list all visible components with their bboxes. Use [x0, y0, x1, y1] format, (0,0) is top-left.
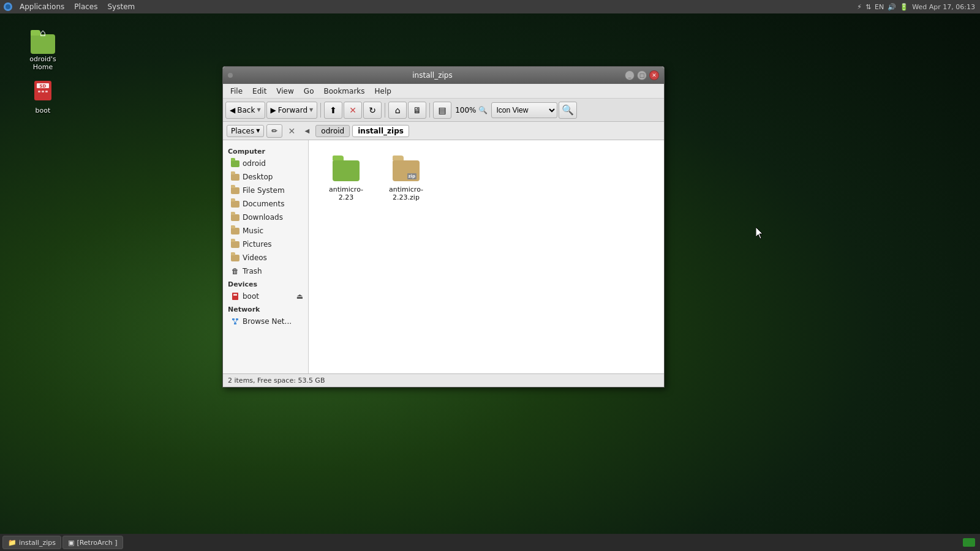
sidebar-odroid-label: odroid	[243, 159, 266, 168]
sidebar-videos-icon	[230, 253, 240, 263]
sidebar-browse-net-label: Browse Net...	[243, 317, 292, 326]
boot-icon-label: boot	[36, 107, 51, 114]
battery-icon: 🔋	[900, 3, 908, 11]
svg-rect-8	[232, 293, 238, 300]
zoom-display: 100% 🔍	[453, 106, 489, 114]
desktop-icon-home[interactable]: ⌂ odroid's Home	[18, 22, 67, 73]
taskbar: 📁 install_zips ▣ [RetroArch ]	[0, 534, 980, 551]
sidebar-item-pictures[interactable]: Pictures	[223, 238, 308, 251]
toggle-button[interactable]: ▤	[433, 102, 451, 119]
sidebar-item-desktop[interactable]: Desktop	[223, 170, 308, 184]
svg-rect-6	[42, 91, 44, 92]
file-item-antimicro-dir[interactable]: antimicro-2.23	[318, 150, 374, 205]
clear-location-button[interactable]: ✕	[285, 124, 298, 138]
places-dropdown-icon: ▼	[256, 128, 260, 133]
svg-point-1	[6, 4, 10, 9]
breadcrumb-odroid[interactable]: odroid	[315, 125, 350, 137]
location-bar: Places ▼ ✏ ✕ ◀ odroid install_zips	[223, 122, 664, 140]
sidebar-item-trash[interactable]: 🗑 Trash	[223, 264, 308, 278]
menu-bar: File Edit View Go Bookmarks Help	[223, 84, 664, 99]
computer-button[interactable]: 🖥	[408, 102, 426, 119]
menu-edit[interactable]: Edit	[247, 86, 271, 97]
taskbar-retroarch[interactable]: ▣ [RetroArch ]	[62, 536, 123, 549]
zoom-level: 100%	[455, 106, 476, 114]
file-item-antimicro-zip[interactable]: zip antimicro-2.23.zip	[379, 150, 434, 205]
sidebar-trash-label: Trash	[243, 267, 262, 276]
back-label: Back	[237, 106, 255, 114]
sidebar-item-videos[interactable]: Videos	[223, 251, 308, 264]
sidebar-item-music[interactable]: Music	[223, 224, 308, 238]
svg-rect-7	[45, 91, 48, 92]
content-area: Computer odroid Desktop	[223, 140, 664, 373]
sidebar-pictures-icon	[230, 239, 240, 249]
sidebar-trash-icon: 🗑	[230, 266, 240, 276]
forward-dropdown-icon: ▼	[309, 107, 313, 113]
menu-system[interactable]: System	[102, 1, 140, 12]
menu-view[interactable]: View	[271, 86, 298, 97]
stop-button[interactable]: ✕	[344, 102, 362, 119]
antimicro-zip-label: antimicro-2.23.zip	[382, 186, 430, 201]
location-back-arrow[interactable]: ◀	[301, 125, 313, 137]
sidebar-item-odroid[interactable]: odroid	[223, 157, 308, 170]
sidebar: Computer odroid Desktop	[223, 140, 309, 373]
toolbar-separator-3	[429, 103, 430, 118]
back-dropdown-icon: ▼	[257, 107, 260, 113]
sidebar-boot-icon	[230, 291, 240, 301]
maximize-button[interactable]: □	[637, 70, 647, 80]
places-button[interactable]: Places ▼	[227, 125, 264, 137]
status-text: 2 items, Free space: 53.5 GB	[228, 377, 325, 384]
view-select[interactable]: Icon ViewList ViewCompact View	[491, 102, 557, 118]
lang-indicator: EN	[875, 3, 884, 11]
sidebar-filesystem-label: File System	[243, 186, 285, 195]
back-button[interactable]: ◀ Back ▼	[225, 102, 265, 119]
edit-location-button[interactable]: ✏	[266, 124, 282, 138]
desktop: Applications Places System ⚡ ⇅ EN 🔊 🔋 We…	[0, 0, 980, 551]
minimize-button[interactable]: _	[625, 70, 635, 80]
taskbar-right	[963, 538, 980, 547]
sidebar-boot-label: boot	[243, 292, 259, 301]
forward-arrow-icon: ▶	[271, 106, 276, 114]
sidebar-section-devices: Devices	[223, 278, 308, 290]
sidebar-item-documents[interactable]: Documents	[223, 197, 308, 211]
datetime: Wed Apr 17, 06:13	[912, 3, 975, 11]
sidebar-item-filesystem[interactable]: File System	[223, 184, 308, 197]
system-icon	[2, 1, 13, 12]
sidebar-music-icon	[230, 226, 240, 236]
reload-button[interactable]: ↻	[363, 102, 382, 119]
svg-rect-9	[233, 294, 237, 296]
menu-bookmarks[interactable]: Bookmarks	[318, 86, 369, 97]
taskbar-green-indicator	[963, 538, 975, 547]
sidebar-item-browse-net[interactable]: Browse Net...	[223, 315, 308, 328]
close-button[interactable]: ✕	[649, 70, 659, 80]
antimicro-zip-icon: zip	[391, 154, 421, 183]
back-arrow-icon: ◀	[230, 106, 235, 114]
taskbar-file-manager[interactable]: 📁 install_zips	[2, 536, 61, 549]
sidebar-downloads-label: Downloads	[243, 213, 283, 222]
places-label: Places	[231, 127, 254, 135]
home-button[interactable]: ⌂	[388, 102, 407, 119]
status-bar: 2 items, Free space: 53.5 GB	[223, 373, 664, 387]
menu-places[interactable]: Places	[69, 1, 102, 12]
up-button[interactable]: ⬆	[324, 102, 342, 119]
menu-help[interactable]: Help	[370, 86, 396, 97]
search-button[interactable]: 🔍	[559, 102, 577, 119]
sidebar-section-computer: Computer	[223, 145, 308, 157]
menu-applications[interactable]: Applications	[15, 1, 69, 12]
sidebar-item-downloads[interactable]: Downloads	[223, 211, 308, 224]
title-bar[interactable]: install_zips _ □ ✕	[223, 67, 664, 84]
top-bar-right: ⚡ ⇅ EN 🔊 🔋 Wed Apr 17, 06:13	[857, 3, 980, 11]
desktop-icon-boot[interactable]: SD boot	[18, 73, 67, 117]
svg-rect-5	[38, 91, 40, 92]
sidebar-odroid-icon	[230, 159, 240, 168]
svg-line-14	[235, 320, 237, 323]
sidebar-item-boot[interactable]: boot ⏏	[223, 290, 308, 303]
bluetooth-icon: ⚡	[857, 3, 862, 11]
breadcrumb-install-zips[interactable]: install_zips	[352, 125, 409, 137]
menu-file[interactable]: File	[225, 86, 247, 97]
svg-rect-12	[234, 323, 236, 324]
sidebar-boot-eject-icon[interactable]: ⏏	[296, 292, 303, 301]
menu-go[interactable]: Go	[299, 86, 319, 97]
toolbar: ◀ Back ▼ ▶ Forward ▼ ⬆ ✕ ↻ ⌂ 🖥 ▤ 100% 🔍 …	[223, 99, 664, 122]
forward-button[interactable]: ▶ Forward ▼	[266, 102, 318, 119]
file-manager-window: install_zips _ □ ✕ File Edit View Go Boo…	[222, 66, 665, 388]
